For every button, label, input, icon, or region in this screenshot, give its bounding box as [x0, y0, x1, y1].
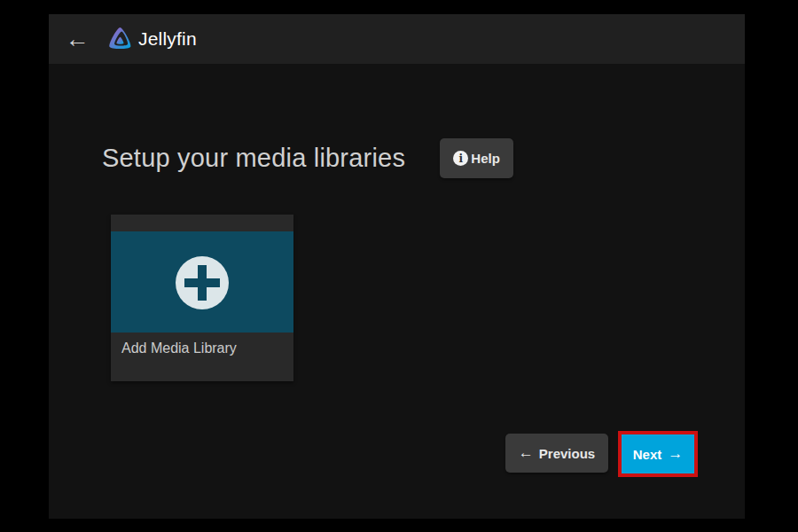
- wizard-nav-buttons: ← Previous Next →: [49, 431, 745, 477]
- plus-icon-bar: [198, 265, 207, 301]
- add-media-library-card[interactable]: Add Media Library: [111, 215, 293, 381]
- arrow-left-icon: ←: [66, 26, 90, 52]
- next-button-label: Next: [633, 447, 662, 462]
- highlight-box: Next →: [618, 431, 698, 477]
- library-cards-row: Add Media Library: [111, 215, 745, 381]
- previous-button-label: Previous: [539, 446, 595, 461]
- arrow-left-icon: ←: [519, 444, 534, 462]
- previous-button[interactable]: ← Previous: [505, 434, 608, 473]
- jellyfin-logo-icon: [106, 26, 134, 53]
- app-title: Jellyfin: [138, 28, 197, 50]
- info-icon: i: [453, 151, 468, 166]
- page-title: Setup your media libraries: [102, 144, 405, 173]
- card-label-area: Add Media Library: [111, 332, 293, 364]
- topbar: ← Jellyfin: [49, 14, 745, 64]
- card-label: Add Media Library: [121, 340, 237, 356]
- app-window: ← Jellyfin Setup your media libraries i …: [49, 14, 745, 519]
- arrow-right-icon: →: [668, 445, 683, 463]
- help-button-label: Help: [471, 151, 500, 166]
- plus-icon: [176, 256, 229, 309]
- back-button[interactable]: ←: [65, 25, 90, 53]
- wizard-page: Setup your media libraries i Help Add Me…: [49, 64, 745, 519]
- next-button[interactable]: Next →: [622, 434, 694, 473]
- help-button[interactable]: i Help: [440, 138, 513, 178]
- heading-row: Setup your media libraries i Help: [49, 64, 745, 178]
- card-image-area: [111, 231, 293, 332]
